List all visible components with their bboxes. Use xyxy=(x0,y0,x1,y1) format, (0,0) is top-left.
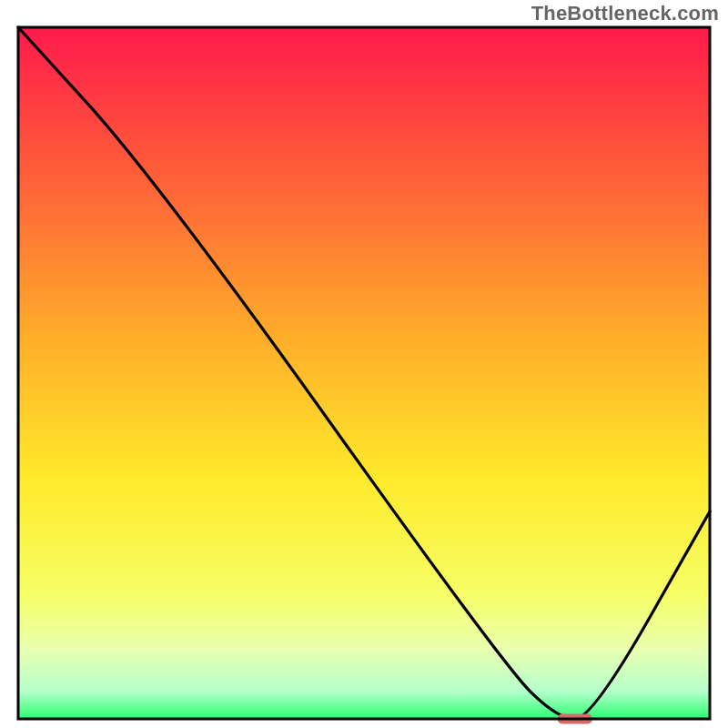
watermark-text: TheBottleneck.com xyxy=(531,2,719,25)
plot-background xyxy=(18,27,710,719)
bottleneck-chart xyxy=(0,0,728,728)
